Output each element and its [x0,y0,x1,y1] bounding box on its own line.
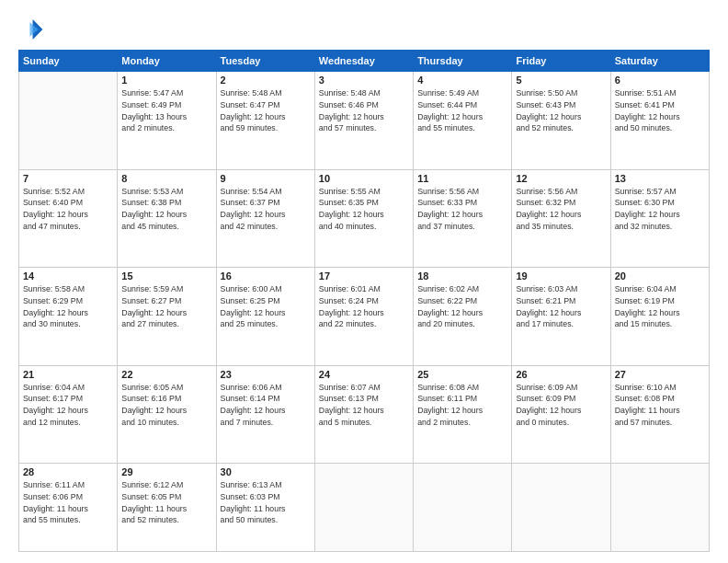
logo [18,17,48,42]
day-info: Sunrise: 6:08 AM Sunset: 6:11 PM Dayligh… [417,382,507,429]
week-row-4: 21Sunrise: 6:04 AM Sunset: 6:17 PM Dayli… [19,365,710,464]
week-row-1: 1Sunrise: 5:47 AM Sunset: 6:49 PM Daylig… [19,72,710,170]
weekday-header-friday: Friday [512,51,610,72]
day-info: Sunrise: 5:56 AM Sunset: 6:32 PM Dayligh… [516,186,606,233]
day-number: 1 [121,75,211,86]
day-info: Sunrise: 5:59 AM Sunset: 6:27 PM Dayligh… [121,283,211,330]
day-info: Sunrise: 5:57 AM Sunset: 6:30 PM Dayligh… [615,186,705,233]
day-info: Sunrise: 6:05 AM Sunset: 6:16 PM Dayligh… [121,382,211,429]
calendar-cell: 6Sunrise: 5:51 AM Sunset: 6:41 PM Daylig… [610,72,709,170]
day-number: 11 [417,173,507,184]
day-number: 24 [319,369,409,380]
day-number: 16 [221,270,311,282]
day-number: 7 [23,173,113,184]
calendar-cell: 3Sunrise: 5:48 AM Sunset: 6:46 PM Daylig… [314,72,413,170]
day-number: 5 [516,75,606,86]
day-info: Sunrise: 6:00 AM Sunset: 6:25 PM Dayligh… [221,283,311,330]
day-info: Sunrise: 6:11 AM Sunset: 6:06 PM Dayligh… [23,479,113,526]
calendar-cell: 14Sunrise: 5:58 AM Sunset: 6:29 PM Dayli… [19,268,118,366]
weekday-header-wednesday: Wednesday [314,51,413,72]
calendar-cell: 25Sunrise: 6:08 AM Sunset: 6:11 PM Dayli… [414,365,512,464]
day-info: Sunrise: 5:48 AM Sunset: 6:47 PM Dayligh… [221,87,311,134]
day-info: Sunrise: 5:55 AM Sunset: 6:35 PM Dayligh… [319,186,409,233]
calendar-cell: 15Sunrise: 5:59 AM Sunset: 6:27 PM Dayli… [118,268,216,366]
day-info: Sunrise: 5:50 AM Sunset: 6:43 PM Dayligh… [516,87,606,134]
calendar-cell: 30Sunrise: 6:13 AM Sunset: 6:03 PM Dayli… [216,464,314,552]
weekday-header-monday: Monday [118,51,216,72]
calendar-cell [314,464,413,552]
calendar-cell [512,464,610,552]
day-info: Sunrise: 5:56 AM Sunset: 6:33 PM Dayligh… [417,186,507,233]
day-info: Sunrise: 6:03 AM Sunset: 6:21 PM Dayligh… [516,283,606,330]
logo-icon [18,17,44,42]
week-row-2: 7Sunrise: 5:52 AM Sunset: 6:40 PM Daylig… [19,169,710,268]
calendar-cell: 4Sunrise: 5:49 AM Sunset: 6:44 PM Daylig… [414,72,512,170]
calendar-cell: 21Sunrise: 6:04 AM Sunset: 6:17 PM Dayli… [19,365,118,464]
day-number: 25 [417,369,507,380]
day-number: 21 [23,369,113,380]
calendar-cell [610,464,709,552]
day-info: Sunrise: 5:47 AM Sunset: 6:49 PM Dayligh… [121,87,211,134]
day-number: 3 [319,75,409,86]
day-number: 9 [221,173,311,184]
header [18,17,710,42]
calendar-cell: 8Sunrise: 5:53 AM Sunset: 6:38 PM Daylig… [118,169,216,268]
calendar-cell: 7Sunrise: 5:52 AM Sunset: 6:40 PM Daylig… [19,169,118,268]
calendar-cell: 11Sunrise: 5:56 AM Sunset: 6:33 PM Dayli… [414,169,512,268]
calendar-cell: 10Sunrise: 5:55 AM Sunset: 6:35 PM Dayli… [314,169,413,268]
page: SundayMondayTuesdayWednesdayThursdayFrid… [0,0,728,563]
calendar-cell: 28Sunrise: 6:11 AM Sunset: 6:06 PM Dayli… [19,464,118,552]
day-number: 12 [516,173,606,184]
day-info: Sunrise: 5:48 AM Sunset: 6:46 PM Dayligh… [319,87,409,134]
day-info: Sunrise: 6:06 AM Sunset: 6:14 PM Dayligh… [221,382,311,429]
day-info: Sunrise: 5:54 AM Sunset: 6:37 PM Dayligh… [221,186,311,233]
day-info: Sunrise: 5:52 AM Sunset: 6:40 PM Dayligh… [23,186,113,233]
calendar-cell: 1Sunrise: 5:47 AM Sunset: 6:49 PM Daylig… [118,72,216,170]
weekday-header-tuesday: Tuesday [216,51,314,72]
day-info: Sunrise: 6:13 AM Sunset: 6:03 PM Dayligh… [221,479,311,526]
day-number: 22 [121,369,211,380]
calendar-cell: 29Sunrise: 6:12 AM Sunset: 6:05 PM Dayli… [118,464,216,552]
day-number: 6 [615,75,705,86]
weekday-header-row: SundayMondayTuesdayWednesdayThursdayFrid… [19,51,710,72]
calendar-cell: 20Sunrise: 6:04 AM Sunset: 6:19 PM Dayli… [610,268,709,366]
calendar-cell: 22Sunrise: 6:05 AM Sunset: 6:16 PM Dayli… [118,365,216,464]
day-info: Sunrise: 6:02 AM Sunset: 6:22 PM Dayligh… [417,283,507,330]
day-info: Sunrise: 5:58 AM Sunset: 6:29 PM Dayligh… [23,283,113,330]
day-number: 10 [319,173,409,184]
day-number: 4 [417,75,507,86]
day-number: 2 [221,75,311,86]
day-number: 19 [516,270,606,282]
day-info: Sunrise: 6:09 AM Sunset: 6:09 PM Dayligh… [516,382,606,429]
day-number: 28 [23,466,113,477]
calendar-cell [414,464,512,552]
day-number: 29 [121,466,211,477]
calendar-cell: 19Sunrise: 6:03 AM Sunset: 6:21 PM Dayli… [512,268,610,366]
calendar-cell: 2Sunrise: 5:48 AM Sunset: 6:47 PM Daylig… [216,72,314,170]
calendar-cell: 26Sunrise: 6:09 AM Sunset: 6:09 PM Dayli… [512,365,610,464]
week-row-5: 28Sunrise: 6:11 AM Sunset: 6:06 PM Dayli… [19,464,710,552]
day-number: 15 [121,270,211,282]
day-info: Sunrise: 6:04 AM Sunset: 6:19 PM Dayligh… [615,283,705,330]
day-number: 14 [23,270,113,282]
day-number: 23 [221,369,311,380]
day-info: Sunrise: 6:07 AM Sunset: 6:13 PM Dayligh… [319,382,409,429]
day-info: Sunrise: 5:49 AM Sunset: 6:44 PM Dayligh… [417,87,507,134]
calendar-cell: 17Sunrise: 6:01 AM Sunset: 6:24 PM Dayli… [314,268,413,366]
day-number: 18 [417,270,507,282]
calendar-cell: 5Sunrise: 5:50 AM Sunset: 6:43 PM Daylig… [512,72,610,170]
day-info: Sunrise: 6:04 AM Sunset: 6:17 PM Dayligh… [23,382,113,429]
day-info: Sunrise: 6:01 AM Sunset: 6:24 PM Dayligh… [319,283,409,330]
calendar-cell: 13Sunrise: 5:57 AM Sunset: 6:30 PM Dayli… [610,169,709,268]
day-number: 30 [221,466,311,477]
calendar-table: SundayMondayTuesdayWednesdayThursdayFrid… [18,50,710,552]
day-info: Sunrise: 6:10 AM Sunset: 6:08 PM Dayligh… [615,382,705,429]
calendar-cell: 18Sunrise: 6:02 AM Sunset: 6:22 PM Dayli… [414,268,512,366]
weekday-header-saturday: Saturday [610,51,709,72]
calendar-cell: 16Sunrise: 6:00 AM Sunset: 6:25 PM Dayli… [216,268,314,366]
day-number: 20 [615,270,705,282]
weekday-header-sunday: Sunday [19,51,118,72]
calendar-cell: 27Sunrise: 6:10 AM Sunset: 6:08 PM Dayli… [610,365,709,464]
calendar-cell: 23Sunrise: 6:06 AM Sunset: 6:14 PM Dayli… [216,365,314,464]
calendar-cell: 24Sunrise: 6:07 AM Sunset: 6:13 PM Dayli… [314,365,413,464]
